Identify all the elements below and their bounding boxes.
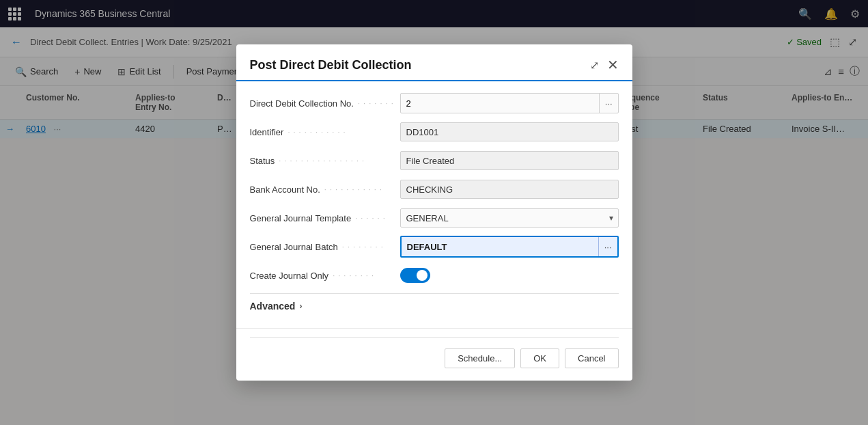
journal-batch-input[interactable] xyxy=(402,237,598,256)
journal-template-row: General Journal Template · · · · · · GEN… xyxy=(250,207,619,229)
identifier-value: DD1001 xyxy=(400,122,619,141)
bank-account-value: CHECKING xyxy=(400,180,619,199)
modal-header-icons: ⤢ ✕ xyxy=(590,57,619,73)
ok-button[interactable]: OK xyxy=(520,348,559,368)
toggle-thumb xyxy=(417,270,428,281)
status-row: Status · · · · · · · · · · · · · · · · F… xyxy=(250,150,619,172)
modal-close-button[interactable]: ✕ xyxy=(607,57,619,73)
journal-template-label: General Journal Template · · · · · · xyxy=(250,213,400,223)
footer-divider xyxy=(250,337,619,338)
modal-footer: Schedule... OK Cancel xyxy=(236,328,632,381)
toggle-track xyxy=(400,268,430,283)
modal-header: Post Direct Debit Collection ⤢ ✕ xyxy=(236,44,632,81)
journal-batch-label: General Journal Batch · · · · · · · · xyxy=(250,242,400,252)
modal-body: Direct Debit Collection No. · · · · · · … xyxy=(236,81,632,323)
journal-template-select[interactable]: GENERAL xyxy=(400,208,619,228)
modal-dialog: Post Direct Debit Collection ⤢ ✕ Direct … xyxy=(236,44,632,381)
identifier-label: Identifier · · · · · · · · · · · xyxy=(250,127,400,137)
advanced-section: Advanced › xyxy=(250,293,619,312)
bank-account-label: Bank Account No. · · · · · · · · · · · xyxy=(250,184,400,195)
collection-no-lookup-button[interactable]: ··· xyxy=(599,94,618,113)
bank-account-row: Bank Account No. · · · · · · · · · · · C… xyxy=(250,178,619,200)
collection-no-input[interactable] xyxy=(401,94,599,113)
create-journal-toggle[interactable] xyxy=(400,268,430,283)
create-journal-row: Create Journal Only · · · · · · · · xyxy=(250,264,619,286)
journal-batch-row: General Journal Batch · · · · · · · · ··… xyxy=(250,236,619,258)
status-label: Status · · · · · · · · · · · · · · · · xyxy=(250,156,400,166)
cancel-button[interactable]: Cancel xyxy=(565,348,618,368)
status-value: File Created xyxy=(400,151,619,170)
modal-expand-button[interactable]: ⤢ xyxy=(590,59,599,72)
advanced-label-text: Advanced xyxy=(250,301,296,312)
collection-no-label: Direct Debit Collection No. · · · · · · … xyxy=(250,98,400,109)
modal-title: Post Direct Debit Collection xyxy=(250,58,412,72)
schedule-button[interactable]: Schedule... xyxy=(445,348,515,368)
journal-template-select-wrapper: GENERAL ▾ xyxy=(400,208,619,228)
identifier-row: Identifier · · · · · · · · · · · DD1001 xyxy=(250,121,619,143)
advanced-chevron-right-icon: › xyxy=(299,301,302,311)
modal-buttons: Schedule... OK Cancel xyxy=(250,348,619,368)
modal-overlay: Post Direct Debit Collection ⤢ ✕ Direct … xyxy=(0,0,868,425)
journal-batch-field[interactable]: ··· xyxy=(400,236,619,258)
collection-no-field[interactable]: ··· xyxy=(400,93,619,113)
journal-batch-lookup-button[interactable]: ··· xyxy=(598,237,617,256)
create-journal-label: Create Journal Only · · · · · · · · xyxy=(250,271,400,281)
collection-no-row: Direct Debit Collection No. · · · · · · … xyxy=(250,92,619,114)
advanced-toggle[interactable]: Advanced › xyxy=(250,301,619,312)
